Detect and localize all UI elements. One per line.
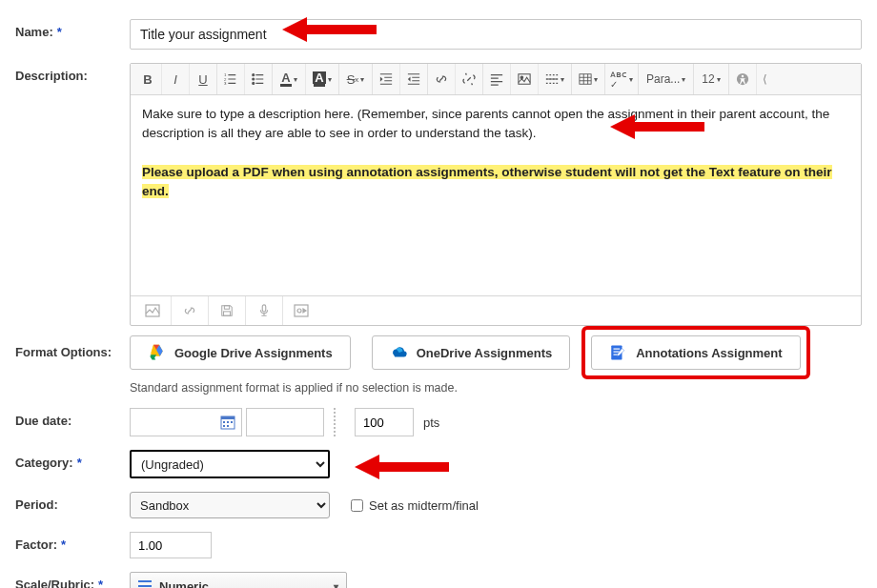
format-hint: Standard assignment format is applied if… <box>130 381 862 395</box>
font-size-dropdown[interactable]: 12▾ <box>694 64 728 94</box>
row-period: Period: Sandbox Set as midterm/final <box>15 492 862 518</box>
google-drive-icon <box>148 344 165 361</box>
svg-rect-27 <box>227 425 229 427</box>
required-asterisk: * <box>57 25 62 39</box>
svg-text:3: 3 <box>224 81 227 86</box>
table-button[interactable]: ▾ <box>572 64 604 94</box>
svg-point-4 <box>253 78 255 80</box>
onedrive-label: OneDrive Assignments <box>417 346 553 360</box>
svg-point-10 <box>741 75 743 77</box>
unordered-list-button[interactable] <box>245 64 272 94</box>
google-drive-label: Google Drive Assignments <box>174 346 333 360</box>
period-label: Period: <box>15 492 130 512</box>
scale-label: Scale/Rubric:* <box>15 572 130 588</box>
factor-input[interactable] <box>130 532 212 558</box>
description-highlight: Please upload a PDF when using annotatio… <box>142 165 832 198</box>
highlight-color-button[interactable]: A▾ <box>306 64 338 94</box>
onedrive-icon <box>390 344 407 361</box>
category-label-text: Category: <box>15 456 73 470</box>
editor-footer <box>131 295 861 325</box>
bold-button[interactable]: B <box>134 64 162 94</box>
editor-body[interactable]: Make sure to type a description here. (R… <box>131 95 861 295</box>
description-paragraph: Make sure to type a description here. (R… <box>142 105 849 144</box>
row-due-date: Due date: pts <box>15 408 862 436</box>
annotations-highlight-box: Annotations Assignment <box>581 326 809 379</box>
svg-rect-26 <box>223 425 225 427</box>
link-button[interactable] <box>428 64 456 94</box>
list-icon <box>138 580 152 588</box>
calendar-icon <box>220 415 235 430</box>
underline-button[interactable]: U <box>190 64 216 94</box>
row-format-options: Format Options: Google Drive Assignments… <box>15 335 862 395</box>
text-color-button[interactable]: A▾ <box>273 64 306 94</box>
due-date-label: Due date: <box>15 408 130 428</box>
row-factor: Factor:* <box>15 532 862 558</box>
description-label: Description: <box>15 63 130 83</box>
factor-label-text: Factor: <box>15 537 57 552</box>
svg-rect-12 <box>224 306 229 310</box>
scale-label-text: Scale/Rubric: <box>15 578 94 588</box>
row-name: Name:* <box>15 19 862 50</box>
image-button[interactable] <box>511 64 539 94</box>
footer-link-button[interactable] <box>172 296 209 325</box>
midterm-label: Set as midterm/final <box>369 498 479 513</box>
more-tools-button[interactable]: ⟨ <box>757 64 774 94</box>
align-left-button[interactable] <box>483 64 511 94</box>
outdent-button[interactable] <box>373 64 400 94</box>
svg-point-3 <box>253 74 255 76</box>
category-label: Category:* <box>15 450 130 470</box>
ordered-list-button[interactable]: 123 <box>217 64 245 94</box>
row-category: Category:* (Ungraded) <box>15 450 862 478</box>
annotations-label: Annotations Assignment <box>636 346 782 360</box>
name-label: Name:* <box>15 19 130 39</box>
svg-rect-13 <box>224 312 231 315</box>
footer-save-button[interactable] <box>209 296 246 325</box>
svg-point-16 <box>297 309 301 313</box>
svg-rect-25 <box>231 421 233 423</box>
points-label: pts <box>423 416 439 430</box>
name-input[interactable] <box>130 19 862 50</box>
svg-point-5 <box>253 82 255 84</box>
paragraph-style-dropdown[interactable]: Para...▾ <box>639 64 694 94</box>
strikethrough-button[interactable]: Sx▾ <box>339 64 372 94</box>
required-asterisk: * <box>77 456 82 470</box>
chevron-down-icon: ▾ <box>334 581 338 589</box>
midterm-checkbox[interactable] <box>351 499 363 512</box>
category-select[interactable]: (Ungraded) <box>130 450 330 478</box>
onedrive-button[interactable]: OneDrive Assignments <box>372 335 571 370</box>
footer-btn-1[interactable] <box>134 296 172 325</box>
scale-select[interactable]: Numeric ▾ <box>130 572 347 588</box>
scale-value: Numeric <box>159 579 209 589</box>
name-label-text: Name: <box>15 25 53 39</box>
footer-btn-5[interactable] <box>283 296 319 325</box>
format-label: Format Options: <box>15 335 130 359</box>
annotations-button[interactable]: Annotations Assignment <box>591 335 800 370</box>
points-input[interactable] <box>355 408 414 436</box>
row-scale: Scale/Rubric:* Numeric ▾ <box>15 572 862 588</box>
due-time-input[interactable] <box>246 408 324 436</box>
spellcheck-button[interactable]: ᴀʙᴄ✓▾ <box>605 64 638 94</box>
svg-point-7 <box>520 76 523 79</box>
factor-label: Factor:* <box>15 532 130 552</box>
due-date-input[interactable] <box>130 408 242 436</box>
svg-rect-14 <box>262 305 266 312</box>
required-asterisk: * <box>61 537 66 552</box>
svg-rect-24 <box>227 421 229 423</box>
svg-rect-23 <box>223 421 225 423</box>
annotations-icon <box>609 344 626 361</box>
editor-toolbar: B I U 123 A▾ <box>131 64 861 95</box>
assignment-form: Name:* Description: B I U 123 <box>0 0 877 588</box>
indent-button[interactable] <box>400 64 427 94</box>
accessibility-button[interactable] <box>729 64 757 94</box>
svg-rect-18 <box>614 349 621 350</box>
required-asterisk: * <box>98 578 103 588</box>
paragraph-style-label: Para... <box>646 72 680 86</box>
italic-button[interactable]: I <box>162 64 190 94</box>
period-select[interactable]: Sandbox <box>130 492 330 518</box>
unlink-button[interactable] <box>456 64 482 94</box>
midterm-checkbox-wrap[interactable]: Set as midterm/final <box>347 497 479 515</box>
footer-mic-button[interactable] <box>246 296 283 325</box>
google-drive-button[interactable]: Google Drive Assignments <box>130 335 351 370</box>
rich-text-editor: B I U 123 A▾ <box>130 63 862 326</box>
horizontal-rule-button[interactable]: ▾ <box>539 64 571 94</box>
